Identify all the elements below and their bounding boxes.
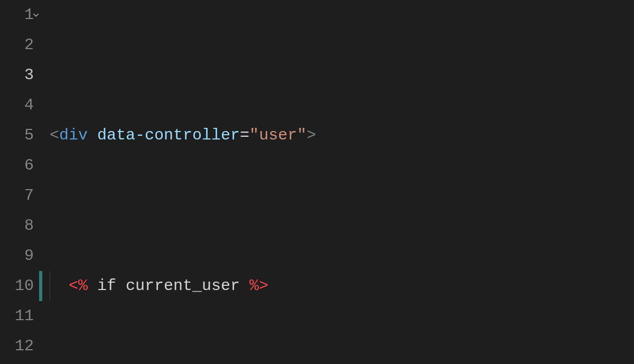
angle-open: < (50, 126, 59, 144)
line-number: 9 (0, 241, 39, 271)
chevron-down-icon (32, 12, 40, 19)
diff-bar (39, 271, 42, 301)
code-editor[interactable]: 1 2 3 4 5 6 7 8 9 10 11 12 <div data-con… (0, 0, 634, 364)
line-number: 8 (0, 211, 39, 241)
erb-close: %> (249, 277, 268, 295)
attr-value: user (259, 126, 297, 144)
line-number: 2 (0, 30, 39, 60)
line-number: 3 (0, 60, 39, 90)
line-number: 12 (0, 331, 39, 361)
line-number: 6 (0, 151, 39, 181)
code-area[interactable]: <div data-controller="user"> <% if curre… (39, 0, 634, 364)
line-number: 7 (0, 181, 39, 211)
line-number: 1 (0, 0, 39, 30)
line-number: 5 (0, 120, 39, 151)
attr-name: data-controller (97, 126, 240, 144)
tag-name: div (59, 126, 88, 144)
line-number: 4 (0, 90, 39, 120)
line-number: 10 (0, 271, 39, 301)
indent-guide (50, 271, 69, 301)
angle-close: > (306, 126, 316, 144)
line-number-gutter: 1 2 3 4 5 6 7 8 9 10 11 12 (0, 0, 39, 364)
code-line[interactable]: <% if current_user %> (39, 271, 634, 301)
erb-open: <% (69, 277, 88, 295)
line-number: 11 (0, 301, 39, 331)
code-line[interactable]: <div data-controller="user"> (39, 120, 634, 151)
